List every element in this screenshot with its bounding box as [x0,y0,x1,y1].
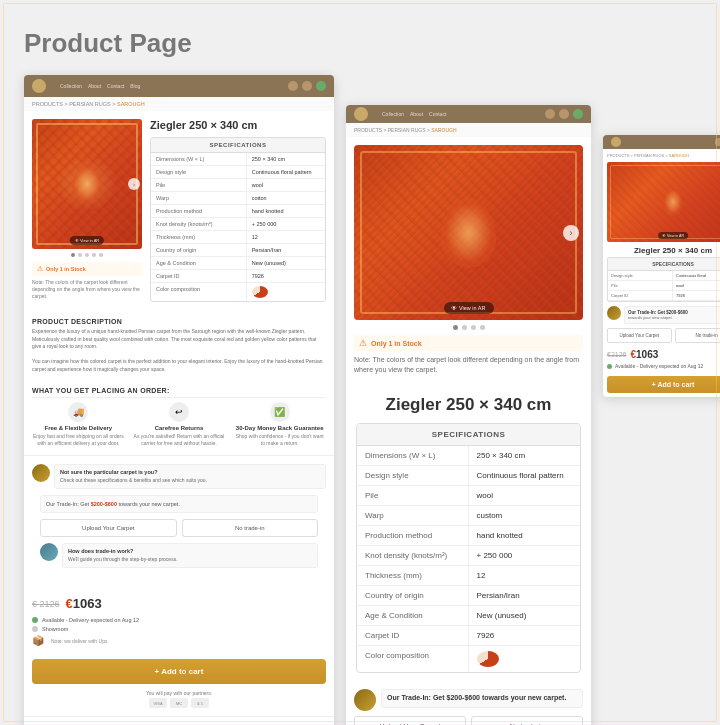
carousel-dot-m3[interactable] [471,325,476,330]
warning-icon-middle: ⚠ [359,338,367,348]
mini-view-ar[interactable]: 👁 View in AR [658,232,688,239]
view-in-ar-middle[interactable]: 👁 View in AR [443,302,493,314]
carousel-dot-m4[interactable] [480,325,485,330]
nav-link-m3[interactable]: Contact [429,111,446,117]
nav-link-m1[interactable]: Collection [382,111,404,117]
carpet-note-middle: Note: The colors of the carpet look diff… [354,355,583,375]
mini-carpet-image: › 👁 View in AR [607,162,720,242]
box-section: What's in the Box Carpet 📜 Certificate [24,716,334,725]
mini-carpet-container: › 👁 View in AR [607,162,720,242]
nav-link-m2[interactable]: About [410,111,423,117]
stock-text-middle: Only 1 in Stock [371,340,422,347]
carpet-center-ornament [72,164,102,204]
mini-ornament [663,188,683,216]
page-wrapper: Product Page Collection About Contact Bl… [0,0,720,725]
carousel-nav-middle [354,325,583,330]
screenshot-left: Collection About Contact Blog PRODUCTS >… [24,75,334,725]
stock-notice-middle: ⚠ Only 1 in Stock [354,335,583,351]
screenshots-container: Collection About Contact Blog PRODUCTS >… [0,75,720,725]
carousel-dot-m2[interactable] [462,325,467,330]
carousel-dot-m1[interactable] [453,325,458,330]
nav-links-middle: Collection About Contact [382,111,446,117]
carpet-area-middle: › 👁 View in AR ⚠ Only 1 in Stock Note: T… [346,137,591,383]
carousel-arrow-middle[interactable]: › [563,225,579,241]
carpet-image-middle: › 👁 View in AR [354,145,583,320]
